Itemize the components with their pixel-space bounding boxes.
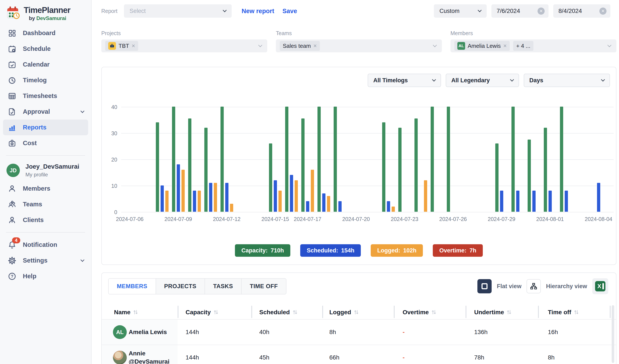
- sort-icon[interactable]: [293, 309, 297, 315]
- save-link[interactable]: Save: [282, 8, 297, 15]
- cell-undertime: 78h: [474, 354, 484, 361]
- x-axis-tick: 2024-08-01: [536, 216, 564, 222]
- sidebar-item-cost[interactable]: Cost: [0, 135, 91, 151]
- new-report-link[interactable]: New report: [242, 8, 274, 15]
- column-header-name[interactable]: Name: [114, 309, 138, 316]
- chevron-down-icon: [601, 78, 605, 81]
- chart-bar-capacity: [414, 119, 418, 212]
- sort-icon[interactable]: [214, 309, 218, 315]
- remove-chip-icon[interactable]: ×: [313, 43, 317, 49]
- sidebar-item-timelog[interactable]: Timelog: [0, 72, 91, 88]
- legend-select[interactable]: All Legendary: [446, 74, 519, 87]
- sidebar-item-schedule[interactable]: Schedule: [0, 41, 91, 57]
- timelogs-select[interactable]: All Timelogs: [368, 74, 441, 87]
- chart-bar-capacity: [317, 107, 321, 212]
- sidebar-item-notification[interactable]: 4 Notification: [0, 237, 91, 253]
- tab-time-off[interactable]: TIME OFF: [242, 279, 286, 294]
- timelogs-select-value: All Timelogs: [373, 77, 408, 84]
- column-header-scheduled[interactable]: Scheduled: [259, 309, 297, 316]
- tab-tasks[interactable]: TASKS: [205, 279, 242, 294]
- sidebar-item-label: Dashboard: [23, 29, 56, 37]
- profile-item[interactable]: JD Joey_DevSamurai My profile: [0, 160, 91, 181]
- legend-toggle-overtime[interactable]: Overtime:7h: [433, 244, 483, 257]
- sidebar-item-dashboard[interactable]: Dashboard: [0, 25, 91, 41]
- column-header-label: Capacity: [185, 309, 211, 316]
- projects-multiselect[interactable]: TBT ×: [101, 40, 267, 52]
- sidebar-item-timesheets[interactable]: Timesheets: [0, 88, 91, 104]
- sort-icon[interactable]: [354, 309, 358, 315]
- gridline: [121, 159, 614, 160]
- projects-label: Projects: [101, 30, 267, 36]
- team-chip-label: Sales team: [283, 43, 311, 49]
- date-to-field[interactable]: 8/4/2024 ×: [553, 4, 610, 18]
- chart-bar-scheduled: [338, 201, 342, 212]
- sidebar-item-help[interactable]: ? Help: [0, 268, 91, 284]
- column-header-undertime[interactable]: Undertime: [474, 309, 511, 316]
- sort-icon[interactable]: [574, 309, 578, 315]
- range-preset-select[interactable]: Custom: [434, 4, 487, 18]
- sort-icon[interactable]: [507, 309, 511, 315]
- member-chip[interactable]: AL Amelia Lewis ×: [454, 41, 510, 51]
- app-logo: TimePlanner by DevSamurai: [0, 0, 91, 25]
- flat-view-button[interactable]: [478, 279, 492, 293]
- chart-bar-logged: [311, 170, 314, 212]
- report-toolbar: Report Select New report Save: [101, 4, 297, 18]
- hierarchy-view-label: Hierarchy view: [546, 283, 587, 290]
- sidebar-item-teams[interactable]: Teams: [0, 196, 91, 212]
- sort-icon[interactable]: [133, 309, 138, 315]
- members-multiselect[interactable]: AL Amelia Lewis × + 4 ...: [450, 40, 616, 52]
- projects-filter: Projects TBT ×: [101, 30, 267, 52]
- column-header-time-off[interactable]: Time off: [548, 309, 578, 316]
- team-chip[interactable]: Sales team ×: [280, 41, 320, 51]
- legend-toggle-scheduled[interactable]: Scheduled:154h: [300, 244, 361, 257]
- granularity-select[interactable]: Days: [524, 74, 610, 87]
- tab-members[interactable]: MEMBERS: [109, 279, 156, 294]
- remove-chip-icon[interactable]: ×: [503, 43, 507, 49]
- x-axis-tick: 2024-08-04: [585, 216, 612, 222]
- clear-date-icon[interactable]: ×: [537, 8, 545, 15]
- y-axis-tick: 20: [104, 157, 117, 163]
- teams-multiselect[interactable]: Sales team ×: [276, 40, 442, 52]
- export-excel-button[interactable]: X: [592, 278, 608, 294]
- chart-controls: All Timelogs All Legendary Days: [368, 74, 610, 87]
- column-header-logged[interactable]: Logged: [329, 309, 358, 316]
- member-chip-label: Amelia Lewis: [468, 43, 501, 49]
- date-from-field[interactable]: 7/6/2024 ×: [492, 4, 549, 18]
- teams-label: Teams: [276, 30, 442, 36]
- column-header-overtime[interactable]: Overtime: [403, 309, 436, 316]
- report-select[interactable]: Select: [124, 4, 232, 18]
- cell-logged: 8h: [329, 329, 336, 336]
- sidebar-item-label: Clients: [23, 216, 44, 224]
- sidebar-item-reports[interactable]: Reports: [3, 120, 88, 135]
- chart-bar-logged: [230, 204, 233, 212]
- table-scrollbar[interactable]: [612, 305, 614, 363]
- column-header-capacity[interactable]: Capacity: [185, 309, 218, 316]
- chart-bar-logged: [165, 191, 169, 212]
- chart-bar-logged: [392, 207, 395, 212]
- table-header: NameCapacityScheduledLoggedOvertimeUnder…: [102, 305, 616, 319]
- legend-toggle-capacity[interactable]: Capacity:710h: [235, 244, 290, 257]
- excel-icon: X: [595, 281, 605, 291]
- member-avatar: AL: [457, 42, 465, 50]
- legend-toggle-logged[interactable]: Logged:102h: [371, 244, 423, 257]
- people-icon: [7, 200, 17, 209]
- chart-bar-scheduled: [597, 183, 600, 212]
- project-chip[interactable]: TBT ×: [105, 41, 138, 51]
- sidebar-item-members[interactable]: Members: [0, 181, 91, 196]
- sidebar-item-clients[interactable]: Clients: [0, 212, 91, 228]
- tab-projects[interactable]: PROJECTS: [156, 279, 205, 294]
- remove-chip-icon[interactable]: ×: [132, 43, 135, 49]
- more-members-chip[interactable]: + 4 ...: [513, 41, 534, 51]
- sidebar-item-calendar[interactable]: Calendar: [0, 57, 91, 72]
- hierarchy-view-button[interactable]: [527, 279, 541, 293]
- legend-value: 7h: [469, 247, 476, 254]
- gridline: [121, 212, 614, 212]
- sidebar-item-approval[interactable]: Approval: [0, 104, 91, 120]
- x-axis-tick: 2024-07-09: [164, 216, 192, 222]
- sort-icon[interactable]: [432, 309, 436, 315]
- clear-date-icon[interactable]: ×: [599, 8, 606, 15]
- legend-label: Overtime:: [439, 247, 466, 254]
- sidebar-item-settings[interactable]: Settings: [0, 253, 91, 268]
- table-row[interactable]: ALAmelia Lewis144h40h8h-136h16h: [102, 319, 616, 345]
- table-row[interactable]: Annie@DevSamurai144h45h66h-78h8h: [102, 345, 616, 364]
